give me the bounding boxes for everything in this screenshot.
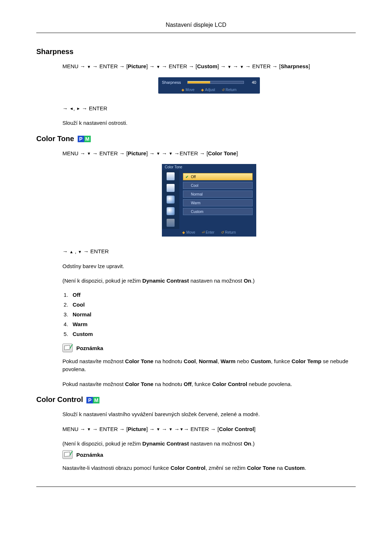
osd-hint-move: ◆Move [182,230,195,234]
diamond-icon: ◆ [201,88,204,92]
note-heading: Poznámka [62,450,356,459]
osd-tab-icon [167,196,175,204]
text: → ENTER → [ [184,426,219,432]
text: nastaven na možnost [189,440,244,447]
return-icon: ↺ [221,230,224,234]
text: ] [254,426,256,432]
text: nastaven na možnost [189,278,244,284]
sharpness-arrow-line: → ◄, ► → ENTER [62,104,356,113]
colortone-desc2: (Není k dispozici, pokud je režim Dynami… [62,277,356,285]
colorcontrol-menu-path: MENU → ▼ → ENTER → [Picture] → ▼ → ▼ →▼→… [62,425,356,434]
text: ] → [146,63,156,69]
sharpness-menu-path: MENU → ▼ → ENTER → [Picture] → ▼ → ENTER… [62,62,356,71]
osd-sharpness-value: 40 [248,80,256,85]
colortone-menu-path: MENU → ▼ → ENTER → [Picture] → ▼ → ▼ →EN… [62,149,356,158]
down-icon: ▼ [87,151,91,157]
osd-ct-icon-column [162,170,179,229]
text-dynamic-contrast: Dynamic Contrast [142,440,189,447]
diamond-icon: ◆ [181,88,184,92]
note-icon [62,344,73,352]
down-icon: ▼ [169,151,173,157]
osd-colortone-widget: Color Tone ✔Off Cool Normal Warm Custom [162,164,256,237]
section-title-text: Color Control [36,395,83,403]
diamond-icon: ◆ [182,230,185,234]
arrow-icon: → [233,63,238,69]
text-picture: Picture [128,63,146,69]
text-sharpness: Sharpness [281,63,309,69]
down-icon: ▼ [180,426,184,432]
text: (Není k dispozici, pokud je režim [62,278,142,284]
arrow-icon: → [62,248,68,254]
list-item: Cool [70,301,356,308]
down-icon: ▼ [87,64,91,70]
text-picture: Picture [128,150,146,156]
osd-hint-enter: ⏎Enter [202,230,215,234]
colortone-option-list: Off Cool Normal Warm Custom [70,292,356,337]
osd-sharpness-label: Sharpness [162,80,184,85]
text: → ENTER [80,105,107,111]
section-title-colortone: Color Tone PM [36,135,356,143]
list-item: Custom [70,331,356,337]
down-icon: ▼ [240,64,244,70]
text: →ENTER → [ [173,150,208,156]
text: → ENTER [82,248,109,254]
list-item: Off [70,292,356,298]
page-header: Nastavení displeje LCD [36,22,356,33]
down-icon: ▼ [227,64,231,70]
osd-option-warm: Warm [183,199,253,206]
enter-icon: ⏎ [202,230,205,234]
osd-option-normal: Normal [183,190,253,198]
colortone-desc1: Odstíny barev lze upravit. [62,262,356,271]
text: ] [236,150,238,156]
colorcontrol-desc2: (Není k dispozici, pokud je režim Dynami… [62,440,356,448]
text: → ENTER → [ [91,63,128,69]
osd-hint-return: ↺Return [221,230,236,234]
osd-sharpness-widget: Sharpness 40 ◆Move ◆Adjust ↺Return [158,77,260,94]
section-title-text: Color Tone [36,135,74,143]
text: ] → [146,426,156,432]
osd-option-off: ✔Off [183,173,253,180]
text-colortone: Color Tone [208,150,236,156]
colorcontrol-desc1: Slouží k nastavení vlastního vyvážení ba… [62,410,356,419]
note-icon [62,450,73,459]
down-icon: ▼ [169,426,173,432]
osd-tab-icon [167,207,175,215]
colortone-note-p2: Pokud nastavíte možnost Color Tone na ho… [62,380,356,389]
arrow-icon: → [162,150,167,156]
text: → ENTER → [ [160,63,197,69]
footer-rule [36,487,356,487]
text: ] [309,63,310,69]
text-custom: Custom [197,63,217,69]
osd-hint-adjust: ◆Adjust [201,88,215,92]
arrow-icon: → [62,105,68,111]
down-icon: ▼ [156,151,160,157]
sharpness-desc: Slouží k nastavení ostrosti. [62,119,356,127]
text: MENU → [62,63,87,69]
text: MENU → [62,426,87,432]
colorcontrol-note-p: Nastavíte-li vlastnosti obrazu pomocí fu… [62,464,356,472]
osd-hint-move: ◆Move [181,88,194,92]
text: → ENTER → [ [244,63,281,69]
text: → ENTER → [ [91,426,128,432]
down-icon: ▼ [156,426,160,432]
osd-tab-icon [167,172,175,180]
list-item: Warm [70,321,356,327]
note-label: Poznámka [76,345,103,351]
osd-ct-title: Color Tone [162,164,256,170]
down-icon: ▼ [156,64,160,70]
text-colorcontrol: Color Control [219,426,254,432]
text: → ENTER → [ [91,150,128,156]
left-icon: ◄ [69,106,73,112]
text: ] → [146,150,156,156]
text: MENU → [62,150,87,156]
text: (Není k dispozici, pokud je režim [62,440,142,447]
pm-badge-icon: PM [78,136,91,142]
down-icon: ▼ [78,249,82,255]
text: .) [251,278,254,284]
colortone-note-p1: Pokud nastavíte možnost Color Tone na ho… [62,357,356,374]
check-icon: ✔ [185,175,189,179]
down-icon: ▼ [87,426,91,432]
return-icon: ↺ [222,88,225,92]
note-label: Poznámka [76,451,103,457]
osd-option-custom: Custom [183,208,253,215]
